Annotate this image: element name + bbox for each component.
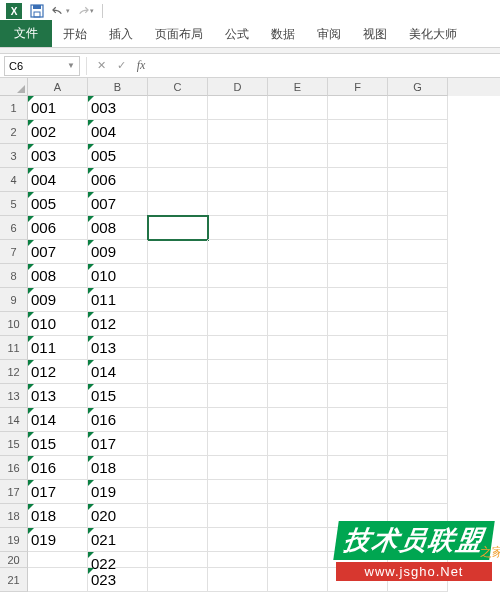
cell-B14[interactable]: 016	[88, 408, 148, 432]
dropdown-icon[interactable]: ▾	[66, 7, 70, 15]
row-header[interactable]: 5	[0, 192, 28, 216]
cell-A9[interactable]: 009	[28, 288, 88, 312]
tab-file[interactable]: 文件	[0, 20, 52, 47]
cell-E1[interactable]	[268, 96, 328, 120]
column-header-F[interactable]: F	[328, 78, 388, 96]
cell-F14[interactable]	[328, 408, 388, 432]
tab-layout[interactable]: 页面布局	[144, 22, 214, 47]
tab-formulas[interactable]: 公式	[214, 22, 260, 47]
cell-F4[interactable]	[328, 168, 388, 192]
cell-D19[interactable]	[208, 528, 268, 552]
cell-A10[interactable]: 010	[28, 312, 88, 336]
cell-G1[interactable]	[388, 96, 448, 120]
cell-A6[interactable]: 006	[28, 216, 88, 240]
cell-B10[interactable]: 012	[88, 312, 148, 336]
cell-B21[interactable]: 023	[88, 568, 148, 592]
tab-data[interactable]: 数据	[260, 22, 306, 47]
cell-F9[interactable]	[328, 288, 388, 312]
row-header[interactable]: 18	[0, 504, 28, 528]
cell-D3[interactable]	[208, 144, 268, 168]
cell-C19[interactable]	[148, 528, 208, 552]
column-header-A[interactable]: A	[28, 78, 88, 96]
cell-E17[interactable]	[268, 480, 328, 504]
cell-A2[interactable]: 002	[28, 120, 88, 144]
cell-F3[interactable]	[328, 144, 388, 168]
cell-A20[interactable]	[28, 552, 88, 568]
tab-home[interactable]: 开始	[52, 22, 98, 47]
cell-B17[interactable]: 019	[88, 480, 148, 504]
cell-D14[interactable]	[208, 408, 268, 432]
cell-D10[interactable]	[208, 312, 268, 336]
cell-A3[interactable]: 003	[28, 144, 88, 168]
cell-C17[interactable]	[148, 480, 208, 504]
cell-G12[interactable]	[388, 360, 448, 384]
cell-E2[interactable]	[268, 120, 328, 144]
tab-view[interactable]: 视图	[352, 22, 398, 47]
cell-G14[interactable]	[388, 408, 448, 432]
cell-A16[interactable]: 016	[28, 456, 88, 480]
cell-B5[interactable]: 007	[88, 192, 148, 216]
row-header[interactable]: 1	[0, 96, 28, 120]
cell-G3[interactable]	[388, 144, 448, 168]
cell-B15[interactable]: 017	[88, 432, 148, 456]
cell-E7[interactable]	[268, 240, 328, 264]
undo-icon[interactable]: ▾	[52, 2, 70, 20]
cell-C16[interactable]	[148, 456, 208, 480]
cell-D1[interactable]	[208, 96, 268, 120]
cell-E12[interactable]	[268, 360, 328, 384]
cell-F13[interactable]	[328, 384, 388, 408]
cell-A13[interactable]: 013	[28, 384, 88, 408]
spreadsheet-grid[interactable]: ABCDEFG 10010032002004300300540040065005…	[0, 78, 500, 592]
column-header-C[interactable]: C	[148, 78, 208, 96]
redo-icon[interactable]: ▾	[76, 2, 94, 20]
row-header[interactable]: 9	[0, 288, 28, 312]
cell-C4[interactable]	[148, 168, 208, 192]
cell-A12[interactable]: 012	[28, 360, 88, 384]
cell-A11[interactable]: 011	[28, 336, 88, 360]
cell-B16[interactable]: 018	[88, 456, 148, 480]
cell-E20[interactable]	[268, 552, 328, 568]
dropdown-icon[interactable]: ▾	[90, 7, 94, 15]
cell-A15[interactable]: 015	[28, 432, 88, 456]
cell-D6[interactable]	[208, 216, 268, 240]
cell-B1[interactable]: 003	[88, 96, 148, 120]
cell-A14[interactable]: 014	[28, 408, 88, 432]
column-header-G[interactable]: G	[388, 78, 448, 96]
cell-B3[interactable]: 005	[88, 144, 148, 168]
cell-D21[interactable]	[208, 568, 268, 592]
enter-icon[interactable]: ✓	[111, 56, 131, 76]
cell-C12[interactable]	[148, 360, 208, 384]
cell-C3[interactable]	[148, 144, 208, 168]
row-header[interactable]: 13	[0, 384, 28, 408]
fx-icon[interactable]: fx	[131, 56, 151, 76]
formula-input[interactable]	[151, 56, 500, 76]
row-header[interactable]: 6	[0, 216, 28, 240]
cell-G15[interactable]	[388, 432, 448, 456]
row-header[interactable]: 2	[0, 120, 28, 144]
row-header[interactable]: 3	[0, 144, 28, 168]
cell-E8[interactable]	[268, 264, 328, 288]
cell-G16[interactable]	[388, 456, 448, 480]
row-header[interactable]: 8	[0, 264, 28, 288]
cell-B20[interactable]: 022	[88, 552, 148, 568]
cell-D4[interactable]	[208, 168, 268, 192]
row-header[interactable]: 17	[0, 480, 28, 504]
cell-C15[interactable]	[148, 432, 208, 456]
cell-E10[interactable]	[268, 312, 328, 336]
cell-A21[interactable]	[28, 568, 88, 592]
cell-D7[interactable]	[208, 240, 268, 264]
cell-C5[interactable]	[148, 192, 208, 216]
cell-D2[interactable]	[208, 120, 268, 144]
cell-G2[interactable]	[388, 120, 448, 144]
cell-E3[interactable]	[268, 144, 328, 168]
cell-F5[interactable]	[328, 192, 388, 216]
row-header[interactable]: 12	[0, 360, 28, 384]
cell-A8[interactable]: 008	[28, 264, 88, 288]
cell-B9[interactable]: 011	[88, 288, 148, 312]
cell-E9[interactable]	[268, 288, 328, 312]
select-all-corner[interactable]	[0, 78, 28, 96]
cell-D18[interactable]	[208, 504, 268, 528]
cell-A1[interactable]: 001	[28, 96, 88, 120]
cell-D8[interactable]	[208, 264, 268, 288]
row-header[interactable]: 14	[0, 408, 28, 432]
